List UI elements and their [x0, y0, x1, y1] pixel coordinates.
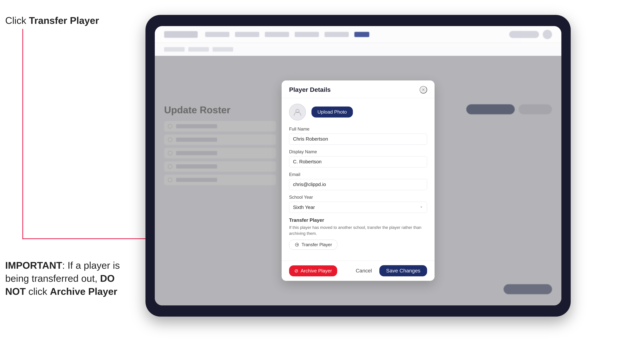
- sub-bar: [155, 43, 562, 56]
- nav-item-more: [354, 32, 369, 37]
- modal-title: Player Details: [289, 86, 331, 93]
- display-name-group: Display Name: [289, 149, 427, 168]
- annotation-vertical-line: [22, 29, 23, 239]
- transfer-player-button[interactable]: Transfer Player: [289, 240, 338, 250]
- nav-item-team: [235, 32, 259, 37]
- nav-action-btn: [509, 31, 539, 38]
- content-area: Update Roster: [155, 56, 562, 305]
- nav-item-roster: [295, 32, 319, 37]
- archive-player-button[interactable]: ⊘ Archive Player: [289, 265, 337, 276]
- sub-bar-item-2: [188, 47, 209, 52]
- nav-logo: [164, 31, 198, 38]
- nav-bar: [155, 26, 562, 43]
- footer-right-actions: Cancel Save Changes: [351, 265, 427, 276]
- display-name-label: Display Name: [289, 149, 427, 154]
- modal-overlay: Player Details ×: [155, 56, 562, 305]
- full-name-group: Full Name: [289, 127, 427, 145]
- person-icon: [293, 108, 302, 116]
- archive-player-label: Archive Player: [301, 268, 332, 274]
- email-group: Email: [289, 172, 427, 190]
- transfer-player-btn-label: Transfer Player: [302, 242, 332, 247]
- upload-photo-button[interactable]: Upload Photo: [312, 107, 353, 118]
- transfer-section: Transfer Player If this player has moved…: [289, 217, 427, 250]
- school-year-select[interactable]: First Year Second Year Third Year Fourth…: [289, 202, 427, 213]
- archive-icon: ⊘: [294, 268, 298, 274]
- archive-bold: Archive Player: [50, 286, 117, 297]
- click-text: Click: [5, 15, 29, 26]
- full-name-input[interactable]: [289, 134, 427, 145]
- display-name-input[interactable]: [289, 156, 427, 168]
- modal-body: Upload Photo Full Name Display Name: [282, 98, 434, 261]
- transfer-section-title: Transfer Player: [289, 217, 427, 223]
- full-name-label: Full Name: [289, 127, 427, 132]
- photo-avatar: [289, 104, 306, 121]
- important-label: IMPORTANT: [5, 260, 62, 271]
- tablet-screen: Update Roster: [155, 26, 562, 305]
- nav-avatar: [543, 30, 552, 39]
- save-changes-button[interactable]: Save Changes: [379, 265, 427, 276]
- school-year-label: School Year: [289, 195, 427, 200]
- email-input[interactable]: [289, 179, 427, 190]
- transfer-icon: [294, 242, 299, 247]
- modal-footer: ⊘ Archive Player Cancel Save Changes: [282, 261, 434, 281]
- nav-right: [509, 30, 552, 39]
- do-not-text: click: [26, 286, 50, 297]
- email-label: Email: [289, 172, 427, 177]
- transfer-player-bold: Transfer Player: [29, 15, 99, 26]
- cancel-button[interactable]: Cancel: [351, 265, 376, 276]
- nav-item-schedule: [265, 32, 289, 37]
- sub-bar-item-1: [164, 47, 185, 52]
- transfer-section-description: If this player has moved to another scho…: [289, 225, 427, 236]
- top-instruction: Click Transfer Player: [5, 15, 99, 26]
- modal-close-button[interactable]: ×: [420, 86, 427, 93]
- school-year-group: School Year First Year Second Year Third…: [289, 195, 427, 213]
- sub-bar-item-3: [212, 47, 233, 52]
- nav-items: [205, 32, 502, 37]
- photo-row: Upload Photo: [289, 104, 427, 121]
- nav-item-stats: [324, 32, 349, 37]
- modal-header: Player Details ×: [282, 80, 434, 98]
- bottom-instruction: IMPORTANT: If a player is being transfer…: [5, 259, 132, 298]
- player-details-modal: Player Details ×: [282, 80, 434, 281]
- nav-item-dashboard: [205, 32, 230, 37]
- tablet-frame: Update Roster: [146, 15, 571, 317]
